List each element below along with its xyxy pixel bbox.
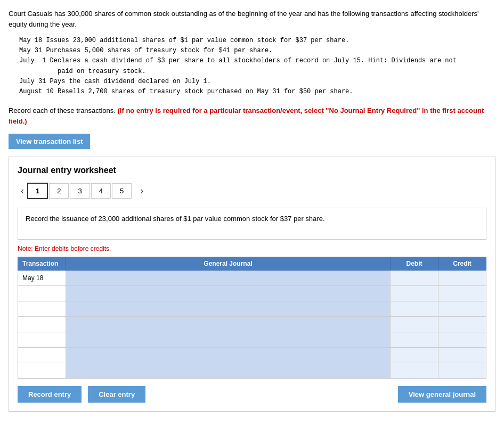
debit-input-2[interactable] <box>391 286 438 301</box>
debit-input-3[interactable] <box>391 301 438 317</box>
credit-input-1[interactable] <box>438 271 486 286</box>
tab-next-arrow[interactable]: › <box>137 184 147 198</box>
transaction-date-1: May 18 <box>18 271 66 286</box>
worksheet-container: Journal entry worksheet ‹ 1 2 3 4 5 › Re… <box>9 157 495 412</box>
debit-field-4[interactable] <box>391 317 438 332</box>
tab-2[interactable]: 2 <box>49 183 69 199</box>
table-row <box>18 301 486 317</box>
credit-input-5[interactable] <box>438 332 486 348</box>
general-journal-input-5[interactable] <box>66 332 391 348</box>
debit-field-7[interactable] <box>391 363 438 378</box>
table-row <box>18 332 486 348</box>
transaction-line-1: May 18 Issues 23,000 additional shares o… <box>19 36 495 46</box>
intro-paragraph: Court Casuals has 300,000 shares of comm… <box>9 9 495 29</box>
credit-input-7[interactable] <box>438 363 486 379</box>
credit-input-6[interactable] <box>438 348 486 363</box>
col-header-debit: Debit <box>391 257 438 271</box>
transaction-date-6 <box>18 348 66 363</box>
debit-input-6[interactable] <box>391 348 438 363</box>
tab-5[interactable]: 5 <box>112 183 132 199</box>
credit-field-4[interactable] <box>438 317 486 332</box>
general-journal-field-4[interactable] <box>66 317 390 332</box>
general-journal-input-7[interactable] <box>66 363 391 379</box>
general-journal-field-3[interactable] <box>66 301 390 316</box>
note-text: Note: Enter debits before credits. <box>18 245 486 252</box>
credit-field-5[interactable] <box>438 332 486 347</box>
credit-input-4[interactable] <box>438 317 486 332</box>
clear-entry-button[interactable]: Clear entry <box>88 386 145 403</box>
general-journal-field-5[interactable] <box>66 332 390 347</box>
credit-input-2[interactable] <box>438 286 486 301</box>
transaction-line-6: August 10 Resells 2,700 shares of treasu… <box>19 87 495 97</box>
credit-field-6[interactable] <box>438 348 486 363</box>
table-row <box>18 286 486 301</box>
debit-input-1[interactable] <box>391 271 438 286</box>
transaction-line-2: May 31 Purchases 5,000 shares of treasur… <box>19 46 495 56</box>
worksheet-title: Journal entry worksheet <box>18 166 486 175</box>
credit-field-1[interactable] <box>438 271 486 285</box>
record-entry-button[interactable]: Record entry <box>18 386 82 403</box>
debit-field-1[interactable] <box>391 271 438 285</box>
general-journal-input-4[interactable] <box>66 317 391 332</box>
credit-field-3[interactable] <box>438 301 486 316</box>
general-journal-field-1[interactable] <box>66 271 390 285</box>
table-row <box>18 363 486 379</box>
col-header-transaction: Transaction <box>18 257 66 271</box>
view-transaction-button[interactable]: View transaction list <box>9 134 90 149</box>
debit-field-5[interactable] <box>391 332 438 347</box>
general-journal-input-1[interactable] <box>66 271 391 286</box>
journal-table: Transaction General Journal Debit Credit… <box>18 257 486 379</box>
table-row: May 18 <box>18 271 486 286</box>
instruction-paragraph: Record each of these transactions. (If n… <box>9 105 495 126</box>
tab-4[interactable]: 4 <box>91 183 111 199</box>
transaction-line-3: July 1 Declares a cash dividend of $3 pe… <box>19 56 495 66</box>
general-journal-input-6[interactable] <box>66 348 391 363</box>
tab-3[interactable]: 3 <box>70 183 90 199</box>
general-journal-input-2[interactable] <box>66 286 391 301</box>
credit-input-3[interactable] <box>438 301 486 317</box>
transaction-line-4: paid on treasury stock. <box>19 67 495 77</box>
general-journal-field-6[interactable] <box>66 348 390 363</box>
transaction-description: Record the issuance of 23,000 additional… <box>18 208 486 240</box>
action-buttons-row: Record entry Clear entry View general jo… <box>18 386 486 403</box>
col-header-general: General Journal <box>66 257 391 271</box>
tab-navigation: ‹ 1 2 3 4 5 › <box>18 183 486 199</box>
transaction-date-4 <box>18 317 66 332</box>
table-row <box>18 348 486 363</box>
view-general-journal-button[interactable]: View general journal <box>398 386 486 403</box>
table-row <box>18 317 486 332</box>
debit-input-4[interactable] <box>391 317 438 332</box>
debit-input-5[interactable] <box>391 332 438 348</box>
transaction-date-7 <box>18 363 66 379</box>
credit-field-7[interactable] <box>438 363 486 378</box>
tab-prev-arrow[interactable]: ‹ <box>18 184 27 198</box>
debit-field-6[interactable] <box>391 348 438 363</box>
transaction-date-3 <box>18 301 66 317</box>
credit-field-2[interactable] <box>438 286 486 301</box>
tab-1[interactable]: 1 <box>27 183 48 199</box>
general-journal-field-2[interactable] <box>66 286 390 301</box>
col-header-credit: Credit <box>438 257 486 271</box>
general-journal-field-7[interactable] <box>66 363 390 378</box>
transaction-date-5 <box>18 332 66 348</box>
debit-field-2[interactable] <box>391 286 438 301</box>
debit-field-3[interactable] <box>391 301 438 316</box>
general-journal-input-3[interactable] <box>66 301 391 317</box>
instruction-normal: Record each of these transactions. <box>9 107 116 115</box>
transaction-line-5: July 31 Pays the cash dividend declared … <box>19 77 495 87</box>
transactions-block: May 18 Issues 23,000 additional shares o… <box>19 36 495 97</box>
transaction-date-2 <box>18 286 66 301</box>
debit-input-7[interactable] <box>391 363 438 379</box>
